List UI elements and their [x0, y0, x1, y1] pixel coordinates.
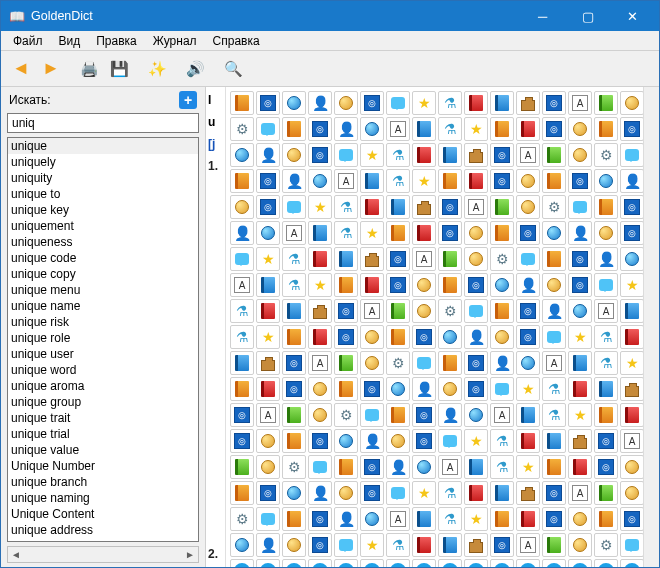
dictionary-button[interactable] [620, 325, 643, 349]
dictionary-button[interactable] [594, 507, 618, 531]
dictionary-button[interactable]: ◎ [360, 91, 384, 115]
dictionary-button[interactable]: ⚙ [282, 455, 306, 479]
dictionary-button[interactable]: ◎ [542, 481, 566, 505]
dictionary-button[interactable] [412, 299, 436, 323]
dictionary-button[interactable]: A [542, 351, 566, 375]
dictionary-button[interactable]: ⑆ [360, 559, 384, 567]
dictionary-button[interactable] [334, 455, 358, 479]
dictionary-button[interactable] [542, 221, 566, 245]
dictionary-button[interactable] [464, 455, 488, 479]
dictionary-button[interactable] [568, 455, 592, 479]
dictionary-button[interactable] [490, 325, 514, 349]
dictionary-button[interactable] [282, 403, 306, 427]
dictionary-button[interactable]: ★ [568, 403, 592, 427]
dictionary-button[interactable]: ◎ [464, 377, 488, 401]
dictionary-button[interactable]: ⚙ [230, 117, 254, 141]
dictionary-button[interactable] [282, 117, 306, 141]
word-list-item[interactable]: unique key [8, 202, 198, 218]
dictionary-button[interactable]: ⚗ [386, 143, 410, 167]
dictionary-button[interactable] [308, 403, 332, 427]
dictionary-button[interactable] [412, 455, 436, 479]
word-list-item[interactable]: unique value [8, 442, 198, 458]
dictionary-button[interactable] [516, 351, 540, 375]
dictionary-button[interactable]: ◎ [282, 377, 306, 401]
dictionary-button[interactable] [438, 429, 462, 453]
dictionary-button[interactable] [464, 299, 488, 323]
dictionary-button[interactable]: ★ [568, 325, 592, 349]
dictionary-button[interactable]: ★ [412, 481, 436, 505]
dictionary-button[interactable] [256, 455, 280, 479]
dictionary-button[interactable]: 👤 [412, 377, 436, 401]
dictionary-button[interactable]: 👤 [256, 533, 280, 557]
dictionary-button[interactable]: ⚗ [282, 273, 306, 297]
dictionary-button[interactable] [282, 143, 306, 167]
dictionary-button[interactable]: ◎ [230, 403, 254, 427]
dictionary-button[interactable]: ⚗ [594, 325, 618, 349]
dictionary-button[interactable]: ◎ [360, 481, 384, 505]
dictionary-button[interactable]: A [568, 91, 592, 115]
word-list-item[interactable]: unique benefit [8, 538, 198, 542]
word-list-item[interactable]: unique group [8, 394, 198, 410]
dictionary-button[interactable] [256, 117, 280, 141]
scroll-right-icon[interactable]: ► [182, 549, 198, 560]
dictionary-button[interactable]: A [360, 299, 384, 323]
dictionary-button[interactable]: ⑆ [256, 559, 280, 567]
word-list-item[interactable]: unique risk [8, 314, 198, 330]
dictionary-button[interactable] [334, 143, 358, 167]
dictionary-button[interactable] [568, 507, 592, 531]
dictionary-button[interactable]: ⚗ [490, 455, 514, 479]
dictionary-button[interactable]: ⑆ [490, 559, 514, 567]
dictionary-button[interactable] [542, 143, 566, 167]
dictionary-button[interactable]: ★ [464, 507, 488, 531]
dictionary-button[interactable] [230, 533, 254, 557]
dictionary-button[interactable] [256, 507, 280, 531]
dictionary-button[interactable]: A [334, 169, 358, 193]
dictionary-button[interactable]: ⑆ [282, 559, 306, 567]
dictionary-button[interactable] [464, 533, 488, 557]
dictionary-button[interactable] [282, 91, 306, 115]
dictionary-button[interactable]: 👤 [516, 273, 540, 297]
dictionary-button[interactable] [230, 91, 254, 115]
dictionary-button[interactable]: A [516, 143, 540, 167]
menu-history[interactable]: Журнал [145, 32, 205, 50]
dictionary-button[interactable] [386, 429, 410, 453]
word-list-item[interactable]: unique copy [8, 266, 198, 282]
dictionary-button[interactable]: ◎ [230, 429, 254, 453]
word-list-item[interactable]: Unique Number [8, 458, 198, 474]
dictionary-button[interactable]: ◎ [438, 221, 462, 245]
dictionary-button[interactable]: ★ [516, 377, 540, 401]
dictionary-button[interactable] [230, 351, 254, 375]
dictionary-button[interactable]: ◎ [308, 117, 332, 141]
dictionary-button[interactable] [568, 533, 592, 557]
dictionary-button[interactable]: ⚙ [490, 247, 514, 271]
dictionary-button[interactable]: 👤 [308, 481, 332, 505]
dictionary-button[interactable] [516, 117, 540, 141]
dictionary-button[interactable] [386, 299, 410, 323]
add-tab-button[interactable]: + [179, 91, 197, 109]
word-list-item[interactable]: uniquity [8, 170, 198, 186]
dictionary-button[interactable] [516, 481, 540, 505]
dictionary-button[interactable]: ⚗ [334, 195, 358, 219]
dictionary-button[interactable] [516, 507, 540, 531]
dictionary-button[interactable] [412, 351, 436, 375]
dictionary-button[interactable]: ◎ [516, 325, 540, 349]
dictionary-button[interactable] [568, 195, 592, 219]
search-input[interactable] [7, 113, 199, 133]
dictionary-button[interactable]: ◎ [334, 325, 358, 349]
dictionary-button[interactable]: A [464, 195, 488, 219]
dictionary-button[interactable]: ★ [308, 273, 332, 297]
dictionary-button[interactable]: ◎ [308, 429, 332, 453]
dictionary-button[interactable] [464, 481, 488, 505]
menu-edit[interactable]: Правка [88, 32, 145, 50]
dictionary-button[interactable]: ◎ [386, 273, 410, 297]
word-list-item[interactable]: unique to [8, 186, 198, 202]
dictionary-button[interactable] [334, 351, 358, 375]
dictionary-button[interactable] [620, 403, 643, 427]
dictionary-button[interactable] [490, 377, 514, 401]
dictionary-button[interactable]: ⚙ [386, 351, 410, 375]
dictionary-button[interactable]: A [256, 403, 280, 427]
dictionary-button[interactable] [334, 533, 358, 557]
dictionary-button[interactable]: ⚙ [594, 533, 618, 557]
dictionary-button[interactable]: 👤 [490, 351, 514, 375]
dictionary-button[interactable]: ★ [620, 273, 643, 297]
